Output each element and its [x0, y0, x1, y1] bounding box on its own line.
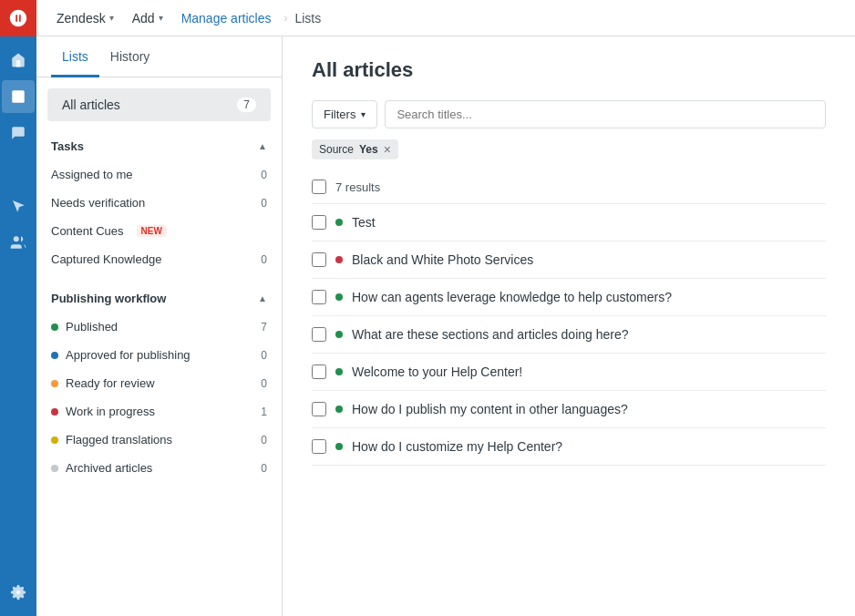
filter-tag-label: Source [319, 143, 354, 156]
article-title-0[interactable]: Test [352, 215, 376, 230]
article-title-2[interactable]: How can agents leverage knowledge to hel… [352, 290, 672, 304]
manage-articles-nav[interactable]: Manage articles [176, 7, 277, 29]
sidebar-item-flagged[interactable]: Flagged translations 0 [36, 426, 282, 454]
flagged-dot [51, 436, 58, 444]
publishing-chevron: ▲ [258, 293, 267, 303]
article-item-0: Test [312, 204, 826, 241]
approved-dot [51, 352, 58, 359]
articles-icon[interactable] [2, 80, 35, 113]
sidebar-content: All articles 7 Tasks ▲ Assigned to me [36, 77, 282, 493]
article-title-3[interactable]: What are these sections and articles doi… [352, 327, 629, 342]
svg-rect-0 [12, 90, 25, 103]
new-badge: NEW [137, 225, 167, 237]
article-item-3: What are these sections and articles doi… [312, 316, 826, 354]
tab-history[interactable]: History [99, 36, 161, 77]
main-container: Zendesk ▾ Add ▾ Manage articles › Lists … [36, 0, 855, 616]
sidebar-tabs: Lists History [36, 36, 282, 77]
article-title-4[interactable]: Welcome to your Help Center! [352, 364, 522, 379]
publishing-items: Published 7 Approved for publishing 0 [36, 313, 282, 482]
zendesk-nav[interactable]: Zendesk ▾ [51, 7, 119, 29]
tasks-section: Tasks ▲ Assigned to me 0 Needs verif [36, 136, 282, 273]
filter-tag-value: Yes [359, 143, 378, 156]
article-list: Test Black and White Photo Services How … [312, 204, 826, 466]
results-count: 7 results [312, 170, 826, 204]
tasks-header[interactable]: Tasks ▲ [36, 136, 282, 160]
article-item-1: Black and White Photo Services [312, 241, 826, 279]
sidebar-item-archived[interactable]: Archived articles 0 [36, 454, 282, 482]
sidebar-item-approved[interactable]: Approved for publishing 0 [36, 341, 282, 369]
tasks-items: Assigned to me 0 Needs verification 0 [36, 160, 282, 273]
article-checkbox-0[interactable] [312, 215, 326, 230]
home-icon[interactable] [2, 44, 35, 77]
article-checkbox-5[interactable] [312, 402, 326, 416]
sidebar-item-work-in-progress[interactable]: Work in progress 1 [36, 397, 282, 426]
article-item-6: How do I customize my Help Center? [312, 428, 826, 466]
published-dot [51, 323, 58, 331]
add-nav[interactable]: Add ▾ [127, 7, 169, 29]
top-nav: Zendesk ▾ Add ▾ Manage articles › Lists [36, 0, 855, 36]
cursor-icon[interactable] [2, 190, 35, 222]
icon-bar [0, 0, 36, 616]
article-checkbox-4[interactable] [312, 364, 326, 379]
icon-bar-bottom [2, 576, 35, 616]
tab-lists[interactable]: Lists [51, 36, 99, 77]
sidebar-item-ready[interactable]: Ready for review 0 [36, 369, 282, 397]
sidebar-item-assigned[interactable]: Assigned to me 0 [36, 160, 282, 189]
menu-icon[interactable] [2, 153, 35, 186]
article-checkbox-2[interactable] [312, 290, 326, 304]
sidebar-item-needs-verification[interactable]: Needs verification 0 [36, 189, 282, 217]
page-title: All articles [312, 58, 826, 82]
article-item-5: How do I publish my content in other lan… [312, 391, 826, 428]
archived-dot [51, 465, 58, 472]
article-status-dot-4 [335, 368, 343, 375]
icon-bar-items [2, 36, 35, 576]
article-title-6[interactable]: How do I customize my Help Center? [352, 439, 562, 454]
article-status-dot-2 [335, 293, 343, 301]
article-status-dot-3 [335, 331, 343, 338]
filter-chevron-icon: ▾ [361, 109, 366, 119]
sidebar-item-captured-knowledge[interactable]: Captured Knowledge 0 [36, 245, 282, 273]
tasks-chevron: ▲ [258, 141, 267, 151]
all-articles-label: All articles [62, 98, 120, 112]
article-checkbox-6[interactable] [312, 439, 326, 454]
article-checkbox-1[interactable] [312, 252, 326, 267]
all-articles-item[interactable]: All articles 7 [47, 88, 271, 121]
filters-button[interactable]: Filters ▾ [312, 100, 377, 128]
chat-icon[interactable] [2, 117, 35, 149]
all-articles-count: 7 [237, 98, 256, 112]
main-content: All articles Filters ▾ Source Yes × [283, 36, 855, 616]
people-icon[interactable] [2, 226, 35, 259]
publishing-section: Publishing workflow ▲ Published 7 [36, 288, 282, 482]
article-status-dot-6 [335, 443, 343, 450]
article-status-dot-5 [335, 406, 343, 413]
sidebar: Lists History All articles 7 Tasks ▲ [36, 36, 283, 616]
sidebar-item-content-cues[interactable]: Content Cues NEW [36, 217, 282, 245]
sidebar-item-published[interactable]: Published 7 [36, 313, 282, 341]
settings-icon[interactable] [2, 576, 35, 609]
filter-tag-close[interactable]: × [384, 143, 391, 156]
article-status-dot-0 [335, 219, 343, 226]
breadcrumb-lists: Lists [294, 11, 321, 26]
article-item-2: How can agents leverage knowledge to hel… [312, 279, 826, 316]
wip-dot [51, 408, 58, 416]
app-logo[interactable] [0, 0, 36, 36]
active-filter-tag: Source Yes × [312, 139, 826, 170]
select-all-checkbox[interactable] [312, 180, 326, 194]
article-title-1[interactable]: Black and White Photo Services [352, 252, 533, 267]
content-area: Lists History All articles 7 Tasks ▲ [36, 36, 855, 616]
ready-dot [51, 380, 58, 387]
article-title-5[interactable]: How do I publish my content in other lan… [352, 402, 628, 416]
toolbar: Filters ▾ [312, 100, 826, 128]
breadcrumb-separator: › [283, 12, 287, 25]
article-checkbox-3[interactable] [312, 327, 326, 342]
article-status-dot-1 [335, 256, 343, 263]
search-input[interactable] [385, 100, 826, 128]
svg-point-7 [14, 236, 19, 241]
article-item-4: Welcome to your Help Center! [312, 354, 826, 391]
publishing-header[interactable]: Publishing workflow ▲ [36, 288, 282, 313]
